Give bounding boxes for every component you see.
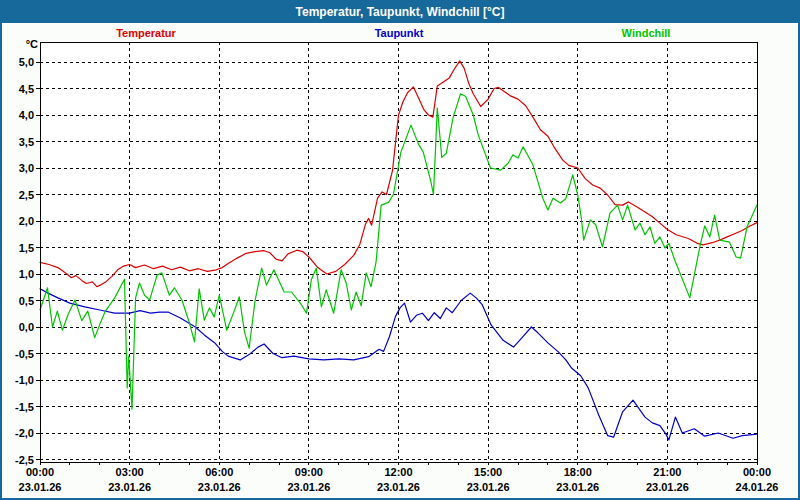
x-axis-date-label: 23.01.26 — [287, 481, 330, 493]
y-axis-label: 0,5 — [19, 295, 34, 307]
x-axis-date-label: 23.01.26 — [19, 481, 62, 493]
x-axis-date-label: 23.01.26 — [467, 481, 510, 493]
y-axis-label: -0,5 — [15, 348, 34, 360]
x-axis-date-label: 24.01.26 — [736, 481, 779, 493]
y-axis-label: 3,0 — [19, 162, 34, 174]
y-axis-label: -2,5 — [15, 454, 34, 466]
y-axis-label: 3,5 — [19, 136, 34, 148]
y-axis-label: 5,0 — [19, 56, 34, 68]
x-axis-time-label: 03:00 — [116, 466, 144, 478]
x-axis-time-label: 12:00 — [384, 466, 412, 478]
x-axis-date-label: 23.01.26 — [646, 481, 689, 493]
y-axis-label: 0,0 — [19, 321, 34, 333]
x-axis-time-label: 15:00 — [474, 466, 502, 478]
x-axis-date-label: 23.01.26 — [198, 481, 241, 493]
x-axis-time-label: 09:00 — [295, 466, 323, 478]
y-axis-label: 4,0 — [19, 109, 34, 121]
x-axis-time-label: 21:00 — [653, 466, 681, 478]
x-axis-time-label: 00:00 — [743, 466, 771, 478]
x-axis-time-label: 06:00 — [205, 466, 233, 478]
chart-plot-area: 5,04,54,03,53,02,52,01,51,00,50,0-0,5-1,… — [0, 0, 800, 500]
y-axis-label: 1,5 — [19, 242, 34, 254]
x-axis-time-label: 00:00 — [26, 466, 54, 478]
x-axis-date-label: 23.01.26 — [377, 481, 420, 493]
x-axis-date-label: 23.01.26 — [108, 481, 151, 493]
y-axis-label: -1,5 — [15, 401, 34, 413]
y-axis-label: 2,5 — [19, 189, 34, 201]
chart-window: Temperatur, Taupunkt, Windchill [°C] Tem… — [0, 0, 800, 500]
x-axis-time-label: 18:00 — [564, 466, 592, 478]
y-axis-label: -2,0 — [15, 427, 34, 439]
x-axis-date-label: 23.01.26 — [556, 481, 599, 493]
y-axis-label: -1,0 — [15, 374, 34, 386]
y-axis-label: 1,0 — [19, 268, 34, 280]
y-axis-label: 4,5 — [19, 83, 34, 95]
y-axis-label: 2,0 — [19, 215, 34, 227]
